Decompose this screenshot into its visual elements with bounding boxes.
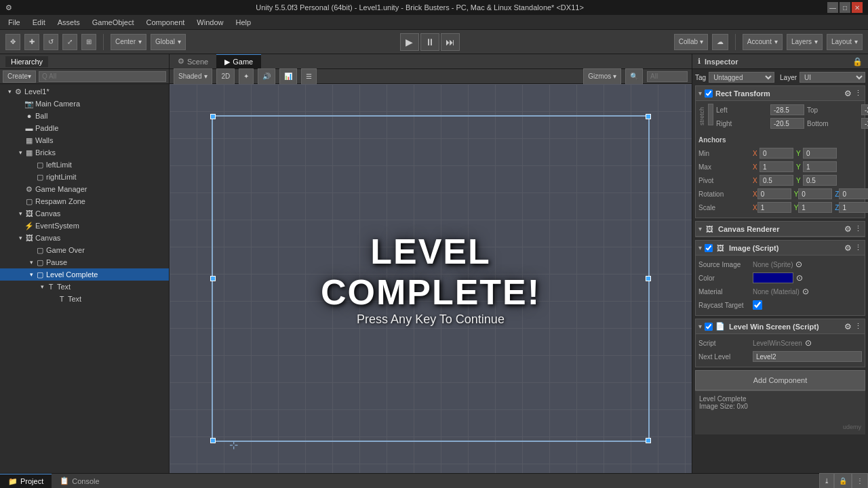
layout-dropdown[interactable]: Layout ▾ xyxy=(827,34,863,50)
tree-item-gamemanager[interactable]: ⚙ Game Manager xyxy=(0,183,169,195)
nextlevel-input[interactable] xyxy=(753,351,862,362)
tool-move[interactable]: ✚ xyxy=(24,34,39,50)
step-button[interactable]: ⏭ xyxy=(441,33,460,51)
pause-button[interactable]: ⏸ xyxy=(420,33,439,51)
collapse-panel-btn[interactable]: ⤓ xyxy=(819,473,834,489)
script-picker[interactable]: ⊙ xyxy=(805,338,812,348)
fx-btn[interactable]: ✦ xyxy=(239,68,254,85)
tree-item-gameover[interactable]: ▢ Game Over xyxy=(0,244,169,256)
rot-y[interactable] xyxy=(798,188,832,199)
bottom-input[interactable] xyxy=(861,118,868,129)
menu-help[interactable]: Help xyxy=(230,17,256,28)
tree-item-text-parent[interactable]: ▾ T Text xyxy=(0,281,169,293)
tree-item-paddle[interactable]: ▬ Paddle xyxy=(0,122,169,134)
global-toggle[interactable]: Global ▾ xyxy=(151,34,186,50)
menu-edit[interactable]: Edit xyxy=(27,17,51,28)
rt-more-icon[interactable]: ⋮ xyxy=(854,89,862,98)
close-button[interactable]: ✕ xyxy=(852,2,863,13)
dimension-btn[interactable]: 2D xyxy=(216,68,235,85)
tab-scene[interactable]: ⚙ Scene xyxy=(170,54,216,69)
cloud-button[interactable]: ☁ xyxy=(712,34,728,50)
color-swatch[interactable] xyxy=(753,272,793,283)
scale-y[interactable] xyxy=(798,202,832,213)
anchor-widget[interactable] xyxy=(708,104,713,125)
search-scene-btn[interactable]: 🔍 xyxy=(625,68,643,85)
tree-item-level1[interactable]: ▾ ⚙ Level1* xyxy=(0,85,169,98)
scale-x[interactable] xyxy=(757,202,791,213)
pivot-y[interactable] xyxy=(803,175,837,186)
stats-btn[interactable]: 📊 xyxy=(279,68,297,85)
tree-item-maincamera[interactable]: 📷 Main Camera xyxy=(0,98,169,110)
menu-window[interactable]: Window xyxy=(191,17,229,28)
shaded-dropdown[interactable]: Shaded ▾ xyxy=(174,68,212,85)
tree-item-eventsystem[interactable]: ⚡ EventSystem xyxy=(0,220,169,232)
menu-assets[interactable]: Assets xyxy=(52,17,85,28)
tag-select[interactable]: Untagged xyxy=(709,72,774,83)
anchor-min-x[interactable] xyxy=(760,148,793,159)
game-viewport[interactable]: ⊹ LEVEL COMPLETE! Press Any Key To Conti… xyxy=(170,84,692,473)
tool-rect[interactable]: ⊞ xyxy=(81,34,96,50)
rot-x[interactable] xyxy=(757,188,791,199)
tool-scale[interactable]: ⤢ xyxy=(62,34,77,50)
scale-z[interactable] xyxy=(839,202,868,213)
left-input[interactable] xyxy=(770,104,804,115)
anchor-min-y[interactable] xyxy=(803,148,837,159)
audio-btn[interactable]: 🔊 xyxy=(258,68,275,85)
rect-transform-header[interactable]: ▾ Rect Transform ⚙ ⋮ xyxy=(696,86,865,101)
tree-item-text-child[interactable]: T Text xyxy=(0,293,169,305)
menu-gameobject[interactable]: GameObject xyxy=(87,17,140,28)
maximize-button[interactable]: □ xyxy=(840,2,850,13)
lock-panel-btn[interactable]: 🔒 xyxy=(834,473,852,489)
color-picker-icon[interactable]: ⊙ xyxy=(796,273,803,283)
img-more-icon[interactable]: ⋮ xyxy=(854,243,862,252)
source-image-picker[interactable]: ⊙ xyxy=(795,260,802,269)
tree-item-pause[interactable]: ▾ ▢ Pause xyxy=(0,256,169,268)
lws-gear-icon[interactable]: ⚙ xyxy=(844,322,852,331)
img-gear-icon[interactable]: ⚙ xyxy=(844,243,852,253)
tree-item-canvas1[interactable]: ▾ 🖼 Canvas xyxy=(0,207,169,220)
img-enabled[interactable] xyxy=(705,244,713,252)
hierarchy-create-btn[interactable]: Create ▾ xyxy=(3,70,36,83)
add-component-button[interactable]: Add Component xyxy=(695,370,865,390)
layer-select[interactable]: UI xyxy=(800,72,865,83)
lws-enabled[interactable] xyxy=(705,323,713,331)
tree-item-respawnzone[interactable]: ▢ Respawn Zone xyxy=(0,195,169,207)
pivot-x[interactable] xyxy=(760,175,793,186)
menu-file[interactable]: File xyxy=(3,17,26,28)
anchor-max-y[interactable] xyxy=(803,161,837,172)
tree-item-walls[interactable]: ▦ Walls xyxy=(0,134,169,146)
lock-icon[interactable]: 🔒 xyxy=(852,57,863,66)
image-header[interactable]: ▾ 🖼 Image (Script) ⚙ ⋮ xyxy=(696,241,865,256)
play-button[interactable]: ▶ xyxy=(400,33,419,51)
more-panel-btn[interactable]: ⋮ xyxy=(852,473,868,489)
collab-button[interactable]: Collab ▾ xyxy=(674,34,708,50)
tree-item-canvas2[interactable]: ▾ 🖼 Canvas xyxy=(0,232,169,244)
center-toggle[interactable]: Center ▾ xyxy=(111,34,146,50)
rt-enabled[interactable] xyxy=(705,89,713,98)
right-input[interactable] xyxy=(770,118,804,129)
layers-dropdown[interactable]: Layers ▾ xyxy=(787,34,823,50)
rot-z[interactable] xyxy=(839,188,868,199)
tree-item-rightlimit[interactable]: ▢ rightLimit xyxy=(0,171,169,183)
cr-more-icon[interactable]: ⋮ xyxy=(854,224,862,233)
material-picker[interactable]: ⊙ xyxy=(802,287,809,296)
minimize-button[interactable]: — xyxy=(827,2,838,13)
tool-hand[interactable]: ✥ xyxy=(5,34,20,50)
tool-rotate[interactable]: ↺ xyxy=(43,34,58,50)
hierarchy-search[interactable] xyxy=(39,71,166,82)
tree-item-ball[interactable]: ● Ball xyxy=(0,110,169,122)
raycast-checkbox[interactable] xyxy=(753,300,762,310)
tab-game[interactable]: ▶ Game xyxy=(216,54,261,69)
menu-component[interactable]: Component xyxy=(140,17,190,28)
tree-item-levelcomplete[interactable]: ▾ ▢ Level Complete xyxy=(0,268,169,281)
top-input[interactable] xyxy=(861,104,868,115)
tab-project[interactable]: 📁 Project xyxy=(0,474,52,489)
anchor-max-x[interactable] xyxy=(760,161,793,172)
scene-search-input[interactable] xyxy=(647,71,688,82)
rt-gear-icon[interactable]: ⚙ xyxy=(844,89,852,98)
tree-item-leftlimit[interactable]: ▢ leftLimit xyxy=(0,159,169,171)
scene-layers-btn[interactable]: ☰ xyxy=(301,68,317,85)
canvas-renderer-header[interactable]: ▾ 🖼 Canvas Renderer ⚙ ⋮ xyxy=(696,222,865,237)
lws-more-icon[interactable]: ⋮ xyxy=(854,322,862,331)
tree-item-bricks[interactable]: ▾ ▦ Bricks xyxy=(0,146,169,159)
